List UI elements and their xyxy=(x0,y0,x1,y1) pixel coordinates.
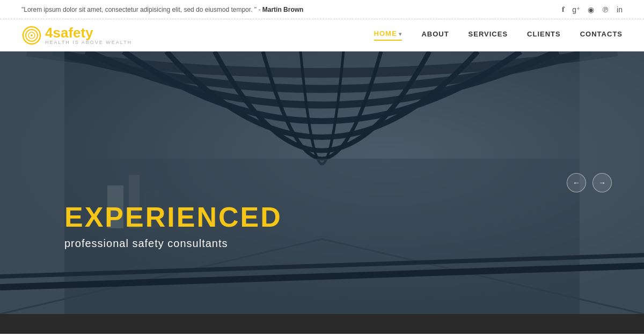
nav-item-home[interactable]: HOME xyxy=(374,29,402,41)
nav-item-clients[interactable]: CLIENTS xyxy=(527,30,561,40)
hero-next-button[interactable]: → xyxy=(592,173,612,192)
google-plus-icon[interactable]: g⁺ xyxy=(572,5,580,14)
social-icons-group: 𝐟 g⁺ ◉ ℗ in xyxy=(562,5,623,14)
top-bar: "Lorem ipsum dolor sit amet, consectetur… xyxy=(0,0,644,19)
hero-section: EXPERIENCED professional safety consulta… xyxy=(0,51,644,314)
hero-navigation: ← → xyxy=(567,173,612,192)
hero-background xyxy=(0,51,644,314)
logo-text: 4safety HEALTH IS ABOVE WEALTH xyxy=(45,26,132,45)
logo-tagline: HEALTH IS ABOVE WEALTH xyxy=(45,40,132,45)
hero-prev-button[interactable]: ← xyxy=(567,173,586,192)
top-bar-quote: "Lorem ipsum dolor sit amet, consectetur… xyxy=(21,6,303,13)
nav-item-contacts[interactable]: CONTACTS xyxy=(580,30,623,40)
rss-icon[interactable]: ◉ xyxy=(588,5,594,14)
svg-rect-17 xyxy=(0,51,644,314)
svg-point-4 xyxy=(31,26,33,27)
logo-number: 4 xyxy=(45,25,53,41)
footer-strip xyxy=(0,314,644,334)
header: 4safety HEALTH IS ABOVE WEALTH HOME ABOU… xyxy=(0,19,644,51)
svg-point-3 xyxy=(31,34,33,36)
hero-title: EXPERIENCED xyxy=(64,203,282,231)
logo-icon xyxy=(21,25,42,46)
hero-subtitle: professional safety consultants xyxy=(64,237,282,250)
pinterest-icon[interactable]: ℗ xyxy=(602,5,609,14)
linkedin-icon[interactable]: in xyxy=(617,5,623,14)
facebook-icon[interactable]: 𝐟 xyxy=(562,5,565,14)
nav-item-services[interactable]: SERVICES xyxy=(469,30,508,40)
svg-point-5 xyxy=(40,34,41,36)
nav-item-about[interactable]: ABOUT xyxy=(421,30,449,40)
svg-point-6 xyxy=(31,43,33,44)
logo[interactable]: 4safety HEALTH IS ABOVE WEALTH xyxy=(21,25,132,46)
main-nav: HOME ABOUT SERVICES CLIENTS CONTACTS xyxy=(374,29,623,41)
logo-word: safety xyxy=(53,25,93,41)
svg-point-7 xyxy=(23,34,24,36)
hero-content: EXPERIENCED professional safety consulta… xyxy=(64,203,282,250)
